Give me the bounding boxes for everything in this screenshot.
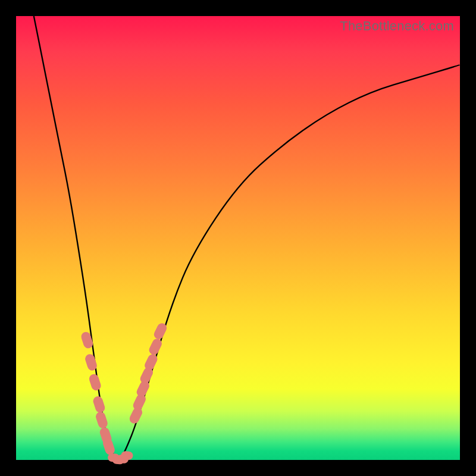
curve-marker <box>95 411 109 430</box>
plot-area: TheBottleneck.com <box>16 16 460 460</box>
chart-canvas: TheBottleneck.com <box>0 0 476 476</box>
curve-svg <box>16 16 460 460</box>
curve-marker <box>88 373 102 392</box>
marker-group <box>80 322 168 465</box>
curve-marker <box>92 395 107 414</box>
bottleneck-curve <box>34 16 460 459</box>
